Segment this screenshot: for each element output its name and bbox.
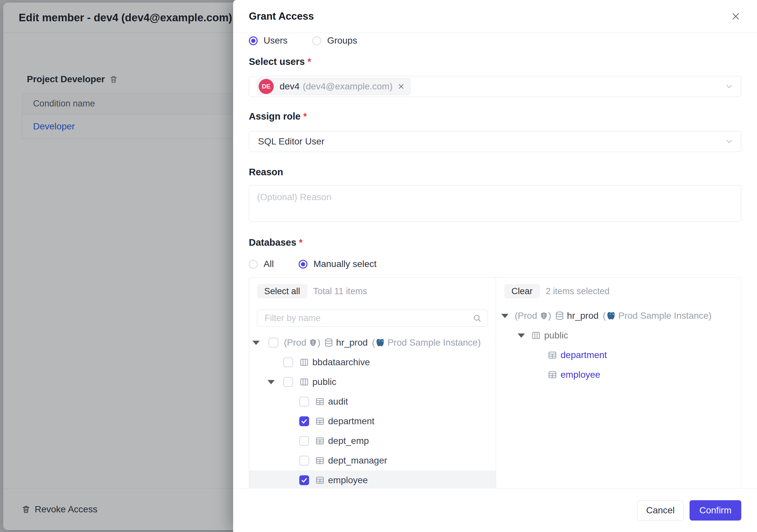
checkbox[interactable] <box>283 377 293 387</box>
manually-select-radio[interactable] <box>299 260 308 268</box>
manually-select-radio-label[interactable]: Manually select <box>313 259 377 269</box>
modal-body: Users Groups Select users* DE dev4 (dev4… <box>233 33 757 488</box>
collapse-caret-icon[interactable] <box>267 380 275 384</box>
tree-row-bbdataarchive[interactable]: bbdataarchive <box>249 353 496 372</box>
modal-title: Grant Access <box>249 11 730 22</box>
confirm-button[interactable]: Confirm <box>689 500 741 520</box>
users-radio-label[interactable]: Users <box>263 35 288 46</box>
all-databases-radio[interactable] <box>249 260 258 268</box>
select-users-heading: Select users* <box>249 56 741 68</box>
table-icon <box>547 370 557 380</box>
checkbox-checked[interactable] <box>299 416 309 426</box>
checkbox[interactable] <box>268 338 278 348</box>
environment-shield-icon <box>309 338 317 347</box>
checkbox[interactable] <box>299 436 309 446</box>
required-asterisk: * <box>303 111 307 121</box>
required-asterisk: * <box>308 56 311 67</box>
tree-row-public-selected[interactable]: public <box>497 326 741 345</box>
modal-footer: Cancel Confirm <box>233 488 757 532</box>
tree-row-hr-prod[interactable]: (Prod ) hr_prod ( Prod Sample Instance) <box>249 333 496 353</box>
schema-icon <box>299 377 309 387</box>
all-databases-radio-label[interactable]: All <box>263 259 274 269</box>
table-icon <box>315 416 325 426</box>
environment-shield-icon <box>540 311 548 320</box>
remove-user-icon[interactable] <box>397 82 405 90</box>
chevron-down-icon <box>725 82 734 91</box>
tree-row-hr-prod-selected[interactable]: (Prod ) hr_prod ( Prod Sample Instance) <box>497 306 741 326</box>
department-link[interactable]: department <box>560 350 607 360</box>
table-icon <box>547 350 557 360</box>
tree-row-department[interactable]: department <box>249 411 496 431</box>
filter-placeholder: Filter by name <box>264 313 472 323</box>
chevron-down-icon <box>725 137 734 146</box>
search-icon <box>472 314 482 323</box>
groups-radio[interactable] <box>312 36 321 45</box>
select-users-input[interactable]: DE dev4 (dev4@example.com) <box>249 76 741 97</box>
tree-row-audit[interactable]: audit <box>249 392 496 411</box>
checkbox[interactable] <box>283 358 293 367</box>
user-avatar: DE <box>259 79 274 94</box>
assign-role-select[interactable]: SQL Editor User <box>249 131 741 152</box>
databases-radio-group: All Manually select <box>249 256 741 272</box>
assign-role-heading: Assign role* <box>249 110 741 122</box>
select-all-button[interactable]: Select all <box>257 284 308 298</box>
collapse-caret-icon[interactable] <box>501 314 508 318</box>
scope-radio-group: Users Groups <box>249 33 741 48</box>
tree-row-employee[interactable]: employee <box>249 470 496 488</box>
database-transfer: Select all Total 11 items Filter by name <box>249 277 741 488</box>
cancel-button[interactable]: Cancel <box>637 500 684 520</box>
assign-role-value: SQL Editor User <box>258 136 324 147</box>
transfer-source-panel: Select all Total 11 items Filter by name <box>249 277 496 488</box>
source-tree: (Prod ) hr_prod ( Prod Sample Instance) <box>249 333 496 488</box>
users-radio[interactable] <box>249 36 258 45</box>
user-name: dev4 <box>280 81 300 92</box>
modal-header: Grant Access <box>233 0 757 33</box>
table-icon <box>315 456 325 465</box>
total-items-label: Total 11 items <box>313 286 367 297</box>
checkbox-checked[interactable] <box>299 475 309 485</box>
selected-user-chip: DE dev4 (dev4@example.com) <box>257 78 410 95</box>
tree-row-dept-manager[interactable]: dept_manager <box>249 451 496 470</box>
collapse-caret-icon[interactable] <box>253 341 260 345</box>
tree-row-employee-selected[interactable]: employee <box>497 365 741 385</box>
table-icon <box>315 475 325 485</box>
schema-icon <box>531 330 541 340</box>
filter-input[interactable]: Filter by name <box>257 310 488 327</box>
checkbox[interactable] <box>299 397 309 407</box>
groups-radio-label[interactable]: Groups <box>327 35 357 46</box>
reason-placeholder: (Optional) Reason <box>257 192 331 202</box>
target-tree: (Prod ) hr_prod ( Prod Sample Instance) <box>497 306 741 385</box>
source-panel-header: Select all Total 11 items <box>257 284 367 298</box>
table-icon <box>315 397 325 407</box>
reason-textarea[interactable]: (Optional) Reason <box>249 185 741 222</box>
checkbox[interactable] <box>299 456 309 465</box>
schema-icon <box>299 358 309 367</box>
database-icon <box>324 338 334 348</box>
tree-row-dept-emp[interactable]: dept_emp <box>249 431 496 451</box>
databases-heading: Databases* <box>249 236 741 248</box>
tree-row-department-selected[interactable]: department <box>497 345 741 365</box>
target-panel-header: Clear 2 items selected <box>504 284 610 298</box>
reason-heading: Reason <box>249 166 741 178</box>
clear-button[interactable]: Clear <box>504 284 540 298</box>
postgres-logo-icon <box>606 311 616 321</box>
postgres-logo-icon <box>376 338 385 348</box>
transfer-target-panel: Clear 2 items selected (Prod ) hr_prod <box>497 277 741 488</box>
user-email: (dev4@example.com) <box>303 81 393 92</box>
employee-link[interactable]: employee <box>560 369 600 380</box>
items-selected-label: 2 items selected <box>546 286 610 297</box>
tree-row-public[interactable]: public <box>249 372 496 392</box>
grant-access-modal: Grant Access Users Groups Select users* … <box>233 0 757 532</box>
table-icon <box>315 436 325 446</box>
close-icon[interactable] <box>730 11 741 22</box>
collapse-caret-icon[interactable] <box>518 333 525 338</box>
required-asterisk: * <box>299 237 303 248</box>
database-icon <box>555 311 564 321</box>
